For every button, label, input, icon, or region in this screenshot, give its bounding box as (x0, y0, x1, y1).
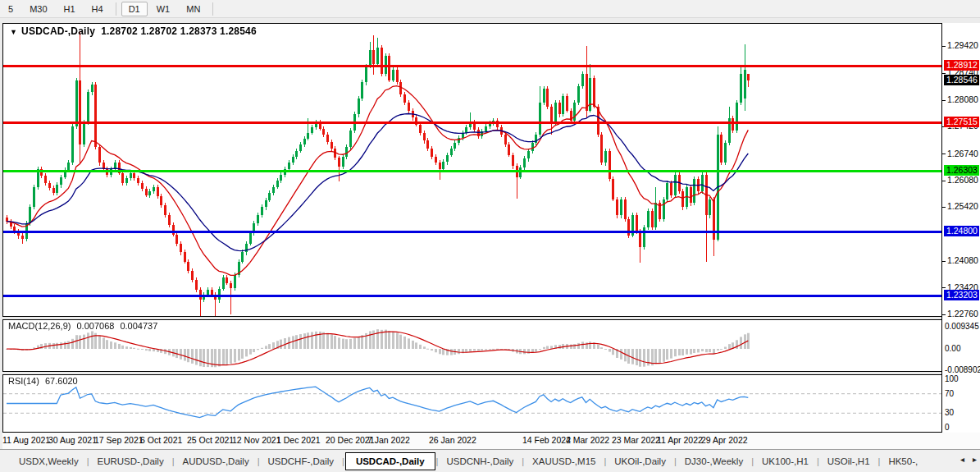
symbol-tab-usdchfdaily[interactable]: USDCHF-,Daily (261, 453, 342, 470)
date-tick-label: 14 Feb 2022 (522, 435, 571, 445)
symbol-tab-eurusddaily[interactable]: EURUSD-,Daily (90, 453, 171, 470)
timeframe-toolbar: 5M30H1H4D1W1MN (0, 0, 980, 18)
macd-axis-tick: -0.008902 (945, 365, 980, 374)
timeframe-button-group: 5M30H1H4D1W1MN (0, 2, 217, 16)
tab-scroll-right-icon[interactable]: ▸ (973, 455, 977, 464)
timeframe-button-5[interactable]: 5 (1, 2, 21, 16)
symbol-tab-ukoildaily[interactable]: UKOil-,Daily (607, 453, 673, 470)
date-tick-label: 11 Aug 2021 (2, 435, 50, 445)
symbol-tab-hk50[interactable]: HK50-, (881, 453, 925, 470)
level-price-label: 1.26303 (944, 165, 979, 176)
rsi-name: RSI(14) (8, 376, 39, 386)
toolbar-separator (116, 2, 116, 16)
date-tick-label: 12 Nov 2021 (232, 435, 281, 445)
price-chart-canvas[interactable] (3, 24, 941, 316)
tab-scroll-left-icon[interactable]: ◂ (960, 455, 964, 464)
date-tick-label: 26 Jan 2022 (429, 435, 476, 445)
price-tick: 1.28080 (942, 94, 978, 104)
current-price-label: 1.28546 (944, 75, 979, 85)
terminal-window: 5M30H1H4D1W1MN ▼USDCAD-,Daily 1.28702 1.… (0, 0, 980, 472)
timeframe-button-h1[interactable]: H1 (57, 2, 83, 16)
date-tick-label: 29 Apr 2022 (701, 435, 748, 445)
date-tick-label: 7 Jan 2022 (367, 435, 410, 445)
time-axis[interactable]: 11 Aug 202130 Aug 202117 Sep 20216 Oct 2… (2, 433, 980, 449)
macd-indicator-label: MACD(12,26,9) 0.007068 0.004737 (8, 321, 161, 331)
symbol-tab-list: USDX,Weekly|EURUSD-,Daily|AUDUSD-,Daily|… (11, 452, 925, 470)
date-tick-label: 11 Apr 2022 (657, 435, 703, 445)
price-tick: 1.25420 (942, 201, 978, 211)
timeframe-button-w1[interactable]: W1 (149, 2, 178, 16)
macd-axis-tick: 0.009345 (945, 322, 979, 331)
chart-title: ▼USDCAD-,Daily 1.28702 1.28702 1.28373 1… (10, 25, 257, 37)
chart-ohlc-values: 1.28702 1.28702 1.28373 1.28546 (101, 25, 257, 37)
level-price-label: 1.23203 (944, 290, 979, 300)
timeframe-button-h4[interactable]: H4 (84, 2, 111, 16)
rsi-axis-tick: 0 (945, 423, 950, 432)
level-price-label: 1.27515 (944, 117, 979, 127)
date-tick-label: 17 Sep 2021 (94, 435, 144, 445)
rsi-canvas[interactable] (3, 375, 941, 432)
toolbar-separator (212, 2, 213, 16)
symbol-tab-xauusdm15[interactable]: XAUUSD-,M15 (525, 453, 603, 470)
rsi-axis-tick: 100 (945, 374, 959, 383)
macd-name: MACD(12,26,9) (8, 321, 71, 331)
date-tick-label: 23 Mar 2022 (612, 435, 660, 445)
symbol-tab-usoilh1[interactable]: USOil-,H1 (820, 453, 877, 470)
rsi-axis-tick: 70 (945, 389, 954, 398)
chart-symbol-label: USDCAD-,Daily (21, 25, 95, 37)
symbol-tab-uk100h1[interactable]: UK100-,H1 (754, 453, 816, 470)
level-price-label: 1.28912 (944, 60, 979, 71)
tab-scroll-arrows: ◂▸ (960, 455, 977, 464)
symbol-tab-audusddaily[interactable]: AUDUSD-,Daily (175, 453, 257, 470)
rsi-axis-tick: 30 (945, 408, 954, 417)
date-tick-label: 4 Mar 2022 (566, 435, 609, 445)
timeframe-button-m30[interactable]: M30 (22, 2, 54, 16)
price-tick: 1.26740 (942, 149, 978, 158)
symbol-tab-usdxweekly[interactable]: USDX,Weekly (11, 453, 86, 470)
date-tick-label: 1 Dec 2021 (276, 435, 321, 445)
timeframe-button-mn[interactable]: MN (179, 2, 207, 16)
timeframe-button-d1[interactable]: D1 (121, 2, 148, 16)
price-tick: 1.26080 (942, 175, 978, 185)
symbol-tab-usdcnhdaily[interactable]: USDCNH-,Daily (439, 453, 521, 470)
symbol-tab-usdcaddaily[interactable]: USDCAD-,Daily (345, 452, 435, 470)
rsi-value: 67.6020 (45, 376, 78, 386)
macd-signal-value: 0.004737 (120, 321, 157, 331)
symbol-tabbar: USDX,Weekly|EURUSD-,Daily|AUDUSD-,Daily|… (0, 449, 980, 472)
symbol-tab-dj30weekly[interactable]: DJ30-,Weekly (677, 453, 750, 470)
macd-axis-tick: 0.00 (945, 344, 960, 353)
date-tick-label: 25 Oct 2021 (187, 435, 234, 445)
price-tick: 1.29420 (942, 40, 978, 50)
price-tick: 1.22760 (942, 309, 978, 318)
price-axis[interactable]: 1.294201.287401.280801.274201.267401.260… (942, 23, 980, 449)
date-tick-label: 30 Aug 2021 (48, 435, 97, 445)
date-tick-label: 6 Oct 2021 (140, 435, 182, 445)
price-tick: 1.24080 (942, 255, 978, 265)
level-price-label: 1.24800 (944, 226, 979, 236)
macd-main-value: 0.007068 (76, 321, 114, 331)
rsi-indicator-label: RSI(14) 67.6020 (8, 376, 81, 386)
chart-dropdown-icon[interactable]: ▼ (10, 28, 17, 36)
